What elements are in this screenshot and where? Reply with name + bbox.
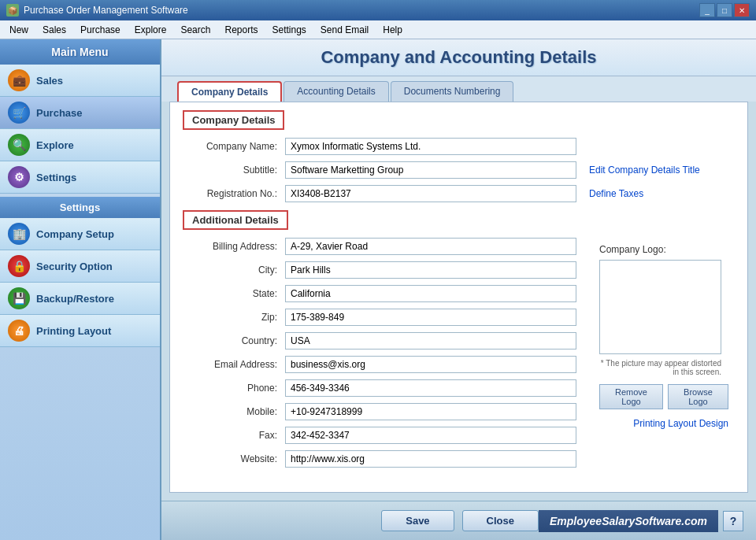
- additional-fields: Billing Address: City: State: Zip:: [183, 238, 593, 474]
- remove-logo-button[interactable]: Remove Logo: [599, 384, 663, 409]
- city-label: City:: [183, 264, 285, 276]
- printing-layout-icon: 🖨: [8, 320, 30, 342]
- sidebar-item-security-option[interactable]: 🔒 Security Option: [0, 250, 160, 283]
- phone-label: Phone:: [183, 383, 285, 394]
- tabs-bar: Company Details Accounting Details Docum…: [161, 76, 756, 102]
- purchase-icon: 🛒: [8, 102, 30, 124]
- explore-icon: 🔍: [8, 134, 30, 156]
- security-option-icon: 🔒: [8, 255, 30, 277]
- edit-company-details-link[interactable]: Edit Company Details Title: [589, 165, 700, 176]
- logo-section: Company Logo: * The picture may appear d…: [593, 238, 735, 474]
- app-title: Purchase Order Management Software: [24, 5, 188, 16]
- sidebar-item-label: Settings: [36, 172, 76, 183]
- subtitle-label: Subtitle:: [183, 165, 285, 176]
- sidebar: Main Menu 💼 Sales 🛒 Purchase 🔍 Explore ⚙…: [0, 39, 161, 540]
- country-row: Country:: [183, 332, 593, 350]
- zip-input[interactable]: [285, 309, 576, 326]
- sidebar-item-sales[interactable]: 💼 Sales: [0, 65, 160, 97]
- sidebar-item-label: Explore: [36, 139, 74, 151]
- subtitle-input[interactable]: [285, 161, 576, 179]
- email-input[interactable]: [285, 356, 576, 373]
- brand-text: EmployeeSalarySoftware.com: [539, 510, 718, 532]
- menu-search[interactable]: Search: [174, 23, 217, 37]
- zip-row: Zip:: [183, 309, 593, 326]
- fax-row: Fax:: [183, 427, 593, 444]
- company-name-label: Company Name:: [183, 141, 285, 152]
- browse-logo-button[interactable]: Browse Logo: [668, 384, 728, 409]
- sidebar-item-settings[interactable]: ⚙ Settings: [0, 161, 160, 194]
- content-area: Company and Accounting Details Company D…: [161, 39, 756, 540]
- company-details-section-title: Company Details: [183, 110, 284, 130]
- maximize-button[interactable]: □: [717, 3, 732, 17]
- website-label: Website:: [183, 453, 285, 464]
- sidebar-item-label: Printing Layout: [36, 325, 111, 337]
- menu-purchase[interactable]: Purchase: [74, 23, 127, 37]
- main-layout: Main Menu 💼 Sales 🛒 Purchase 🔍 Explore ⚙…: [0, 39, 756, 540]
- menu-explore[interactable]: Explore: [128, 23, 173, 37]
- fax-input[interactable]: [285, 427, 576, 444]
- title-bar-left: 📦 Purchase Order Management Software: [6, 4, 188, 17]
- menu-new[interactable]: New: [3, 23, 35, 37]
- registration-no-input[interactable]: [285, 185, 576, 202]
- sidebar-item-label: Purchase: [36, 107, 83, 119]
- logo-buttons: Remove Logo Browse Logo: [599, 384, 728, 409]
- content-header: Company and Accounting Details: [161, 39, 756, 76]
- define-taxes-link[interactable]: Define Taxes: [589, 188, 643, 199]
- tab-documents-numbering[interactable]: Documents Numbering: [391, 81, 514, 102]
- logo-box: [599, 260, 721, 354]
- sidebar-item-backup-restore[interactable]: 💾 Backup/Restore: [0, 283, 160, 315]
- menu-send-email[interactable]: Send Email: [314, 23, 375, 37]
- save-button[interactable]: Save: [381, 510, 454, 531]
- mobile-input[interactable]: [285, 403, 576, 420]
- menu-settings[interactable]: Settings: [266, 23, 313, 37]
- additional-details-section-title: Additional Details: [183, 210, 288, 230]
- logo-note: * The picture may appear distorted in th…: [599, 359, 721, 376]
- settings-section-title: Settings: [0, 197, 160, 218]
- logo-label: Company Logo:: [599, 244, 666, 255]
- state-input[interactable]: [285, 285, 576, 302]
- sidebar-item-purchase[interactable]: 🛒 Purchase: [0, 97, 160, 129]
- backup-restore-icon: 💾: [8, 287, 30, 309]
- state-row: State:: [183, 285, 593, 302]
- billing-address-label: Billing Address:: [183, 241, 285, 252]
- country-label: Country:: [183, 335, 285, 346]
- sidebar-item-company-setup[interactable]: 🏢 Company Setup: [0, 218, 160, 250]
- city-row: City:: [183, 261, 593, 279]
- sidebar-item-label: Company Setup: [36, 228, 114, 240]
- bottom-right: EmployeeSalarySoftware.com ?: [539, 510, 743, 532]
- billing-address-row: Billing Address:: [183, 238, 593, 255]
- help-button[interactable]: ?: [723, 511, 743, 531]
- minimize-button[interactable]: _: [699, 3, 715, 17]
- sidebar-item-explore[interactable]: 🔍 Explore: [0, 129, 160, 161]
- website-input[interactable]: [285, 450, 576, 468]
- bottom-bar: Save Close EmployeeSalarySoftware.com ?: [161, 501, 756, 540]
- menu-sales[interactable]: Sales: [36, 23, 72, 37]
- sidebar-item-printing-layout[interactable]: 🖨 Printing Layout: [0, 315, 160, 347]
- city-input[interactable]: [285, 261, 576, 279]
- app-icon: 📦: [6, 4, 19, 17]
- close-button[interactable]: ✕: [734, 3, 750, 17]
- country-input[interactable]: [285, 332, 576, 350]
- company-setup-icon: 🏢: [8, 223, 30, 245]
- menu-help[interactable]: Help: [376, 23, 409, 37]
- phone-input[interactable]: [285, 379, 576, 397]
- billing-address-input[interactable]: [285, 238, 576, 255]
- sidebar-item-label: Sales: [36, 75, 63, 87]
- title-bar-controls[interactable]: _ □ ✕: [699, 3, 750, 17]
- page-title: Company and Accounting Details: [177, 47, 740, 68]
- email-label: Email Address:: [183, 359, 285, 370]
- tab-company-details[interactable]: Company Details: [177, 81, 282, 102]
- printing-layout-design-link[interactable]: Printing Layout Design: [633, 418, 728, 429]
- close-button[interactable]: Close: [462, 510, 539, 531]
- mobile-label: Mobile:: [183, 406, 285, 417]
- title-bar: 📦 Purchase Order Management Software _ □…: [0, 0, 756, 20]
- menu-reports[interactable]: Reports: [218, 23, 264, 37]
- settings-icon: ⚙: [8, 166, 30, 188]
- mobile-row: Mobile:: [183, 403, 593, 420]
- menu-bar: New Sales Purchase Explore Search Report…: [0, 20, 756, 39]
- email-row: Email Address:: [183, 356, 593, 373]
- sidebar-item-label: Security Option: [36, 261, 113, 272]
- main-menu-title: Main Menu: [0, 39, 160, 65]
- tab-accounting-details[interactable]: Accounting Details: [284, 81, 388, 102]
- company-name-input[interactable]: [285, 138, 576, 155]
